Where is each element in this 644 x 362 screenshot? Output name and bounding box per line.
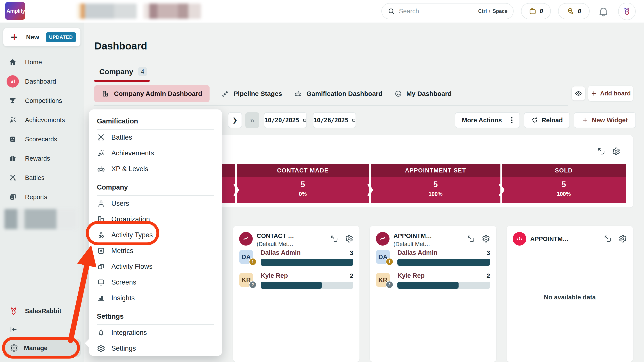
- menu-section-company: Company: [97, 182, 214, 192]
- date-start-input[interactable]: 10/20/2025: [264, 112, 307, 128]
- manage-label: Manage: [24, 345, 48, 352]
- sidebar-item-scorecards[interactable]: Scorecards: [0, 130, 84, 149]
- redacted-sidebar-item: [4, 209, 77, 229]
- funnel-widget-tools: [597, 147, 620, 155]
- menu-item-settings[interactable]: Settings: [97, 341, 214, 356]
- date-fast-forward-button[interactable]: »: [245, 112, 259, 128]
- board-tab-pipeline-stages[interactable]: Pipeline Stages: [222, 90, 282, 97]
- logo-text: Amplify: [6, 8, 25, 14]
- widget-tools: [604, 235, 627, 243]
- date-next-button[interactable]: ❯: [228, 112, 242, 128]
- screen-icon: [97, 278, 105, 287]
- wallet-count: 0: [540, 8, 544, 15]
- widget-subtitle: (Default Met…: [394, 241, 430, 248]
- widget-tools: [467, 235, 490, 243]
- menu-item-screens[interactable]: Screens: [97, 274, 214, 290]
- funnel-stage-contact-made[interactable]: CONTACT MADE 5 0%: [236, 164, 370, 203]
- rank-badge: 2: [249, 281, 257, 289]
- expand-widget-icon[interactable]: [330, 235, 338, 243]
- funnel-stage-sold[interactable]: SOLD 5 100%: [501, 164, 626, 203]
- wallet-icon: [529, 7, 536, 15]
- board-tabs: Company Admin Dashboard Pipeline Stages …: [94, 85, 452, 102]
- sidebar-item-battles[interactable]: Battles: [0, 168, 84, 187]
- redacted-header-block-1: [77, 3, 137, 19]
- menu-item-metrics[interactable]: Metrics: [97, 243, 214, 259]
- plus-icon: [582, 117, 588, 123]
- menu-item-activity-flows[interactable]: Activity Flows: [97, 259, 214, 274]
- menu-item-activity-types[interactable]: Activity Types: [97, 227, 214, 243]
- gear-icon: [10, 344, 18, 352]
- sidebar-item-reports[interactable]: Reports: [0, 187, 84, 207]
- user-avatar[interactable]: [618, 3, 636, 20]
- tabs-divider: [94, 105, 568, 106]
- salesrabbit-rabbit-icon: [9, 306, 18, 316]
- widget-settings-gear-icon[interactable]: [345, 235, 353, 243]
- sidebar-nav: Home Dashboard Competitions: [0, 52, 84, 207]
- leaderboard-row[interactable]: DA 1 Dallas Admin 3: [239, 250, 353, 270]
- board-tab-company-admin[interactable]: Company Admin Dashboard: [94, 85, 210, 102]
- rocket-icon: [97, 329, 105, 337]
- search-placeholder: Search: [399, 8, 474, 15]
- gear-icon: [97, 344, 105, 353]
- reload-icon: [531, 117, 538, 124]
- dashboard-icon: [6, 75, 19, 88]
- plus-icon: [10, 33, 19, 42]
- global-search[interactable]: Search Ctrl + Space: [382, 3, 514, 19]
- leaderboard-row[interactable]: KR 2 Kyle Rep 2: [239, 273, 353, 293]
- updated-badge: UPDATED: [46, 32, 76, 42]
- widget-title: CONTACT …: [257, 232, 294, 239]
- coins-counter[interactable]: 0: [558, 3, 590, 19]
- expand-widget-icon[interactable]: [597, 147, 606, 155]
- manage-button[interactable]: Manage: [3, 339, 81, 357]
- menu-item-organization[interactable]: Organization: [97, 211, 214, 227]
- expand-widget-icon[interactable]: [604, 235, 612, 243]
- amplify-logo[interactable]: Amplify: [5, 2, 25, 20]
- sidebar-item-rewards[interactable]: Rewards: [0, 149, 84, 168]
- swords-icon: [9, 174, 17, 182]
- leaderboard-row[interactable]: KR 2 Kyle Rep 2: [376, 273, 490, 293]
- funnel-stage-appointment-set[interactable]: APPOINTMENT SET 5 100%: [370, 164, 501, 203]
- date-range-separator: -: [308, 116, 310, 123]
- new-widget-button[interactable]: New Widget: [574, 112, 636, 128]
- sidebar-item-competitions[interactable]: Competitions: [0, 91, 84, 110]
- tab-count-badge: 4: [138, 67, 147, 76]
- reports-icon: [9, 193, 17, 201]
- gamepad-icon: [294, 90, 302, 98]
- widget-tools: [330, 235, 353, 243]
- more-actions-button[interactable]: More Actions: [455, 112, 520, 128]
- metric-trend-icon: [239, 232, 253, 246]
- add-board-button[interactable]: Add board: [588, 86, 633, 101]
- expand-widget-icon[interactable]: [467, 235, 475, 243]
- board-tab-gamification-dashboard[interactable]: Gamification Dashboard: [294, 90, 382, 98]
- board-tab-my-dashboard[interactable]: My Dashboard: [394, 90, 452, 97]
- menu-item-insights[interactable]: Insights: [97, 290, 214, 306]
- date-end-input[interactable]: 10/26/2025: [313, 112, 356, 128]
- tab-company[interactable]: Company 4: [99, 67, 147, 76]
- menu-item-users[interactable]: Users: [97, 196, 214, 211]
- collapse-sidebar-icon[interactable]: [9, 325, 18, 334]
- salesrabbit-brand[interactable]: SalesRabbit: [0, 306, 84, 316]
- reload-button[interactable]: Reload: [524, 112, 570, 128]
- menu-item-achievements[interactable]: Achievements: [97, 145, 214, 161]
- widget-settings-gear-icon[interactable]: [612, 147, 620, 155]
- notifications-bell-icon[interactable]: [598, 6, 609, 17]
- home-icon: [8, 58, 17, 66]
- menu-item-xp-levels[interactable]: XP & Levels: [97, 161, 214, 177]
- menu-item-integrations[interactable]: Integrations: [97, 325, 214, 341]
- menu-tail: [85, 339, 89, 348]
- sidebar-item-achievements[interactable]: Achievements: [0, 110, 84, 130]
- leaderboard-row[interactable]: DA 1 Dallas Admin 3: [376, 250, 490, 270]
- coins-count: 0: [578, 8, 582, 15]
- toggle-visibility-button[interactable]: [572, 86, 585, 100]
- search-shortcut: Ctrl + Space: [478, 8, 508, 14]
- new-button[interactable]: New UPDATED: [3, 28, 80, 46]
- sidebar-item-home[interactable]: Home: [0, 52, 84, 72]
- menu-item-battles[interactable]: Battles: [97, 130, 214, 145]
- app-root: Amplify Search Ctrl + Space 0 0: [0, 0, 644, 362]
- metric-trend-icon: [376, 232, 390, 246]
- widget-settings-gear-icon[interactable]: [618, 235, 627, 243]
- kebab-menu-icon: [511, 116, 513, 124]
- sidebar-item-dashboard[interactable]: Dashboard: [0, 72, 84, 91]
- widget-settings-gear-icon[interactable]: [482, 235, 490, 243]
- wallet-counter[interactable]: 0: [521, 3, 551, 19]
